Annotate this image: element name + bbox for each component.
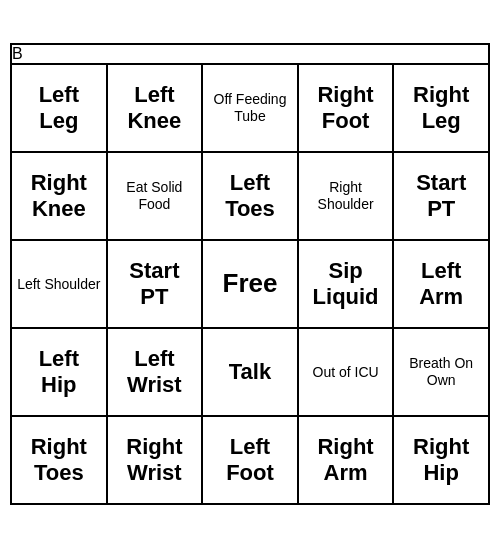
bingo-cell[interactable]: LeftWrist bbox=[107, 328, 203, 416]
table-row: RightToesRightWristLeftFootRightArmRight… bbox=[11, 416, 489, 504]
bingo-cell[interactable]: RightKnee bbox=[11, 152, 107, 240]
bingo-cell[interactable]: Breath On Own bbox=[393, 328, 489, 416]
bingo-cell[interactable]: LeftArm bbox=[393, 240, 489, 328]
bingo-cell[interactable]: Off Feeding Tube bbox=[202, 64, 298, 152]
bingo-cell[interactable]: LeftHip bbox=[11, 328, 107, 416]
bingo-cell[interactable]: Free bbox=[202, 240, 298, 328]
bingo-grid: B LeftLegLeftKneeOff Feeding TubeRightFo… bbox=[10, 43, 490, 505]
bingo-cell[interactable]: Right Shoulder bbox=[298, 152, 394, 240]
bingo-cell[interactable]: RightArm bbox=[298, 416, 394, 504]
bingo-cell[interactable]: RightFoot bbox=[298, 64, 394, 152]
table-row: LeftLegLeftKneeOff Feeding TubeRightFoot… bbox=[11, 64, 489, 152]
table-row: Left ShoulderStartPTFreeSipLiquidLeftArm bbox=[11, 240, 489, 328]
bingo-cell[interactable]: Left Shoulder bbox=[11, 240, 107, 328]
table-row: LeftHipLeftWristTalkOut of ICUBreath On … bbox=[11, 328, 489, 416]
bingo-cell[interactable]: LeftToes bbox=[202, 152, 298, 240]
bingo-cell[interactable]: Eat Solid Food bbox=[107, 152, 203, 240]
bingo-cell[interactable]: Out of ICU bbox=[298, 328, 394, 416]
bingo-container: B LeftLegLeftKneeOff Feeding TubeRightFo… bbox=[10, 39, 490, 505]
bingo-cell[interactable]: LeftLeg bbox=[11, 64, 107, 152]
bingo-cell[interactable]: SipLiquid bbox=[298, 240, 394, 328]
header-row: B bbox=[11, 44, 489, 64]
bingo-cell[interactable]: RightHip bbox=[393, 416, 489, 504]
bingo-cell[interactable]: Talk bbox=[202, 328, 298, 416]
bingo-cell[interactable]: LeftFoot bbox=[202, 416, 298, 504]
bingo-cell[interactable]: LeftKnee bbox=[107, 64, 203, 152]
table-row: RightKneeEat Solid FoodLeftToesRight Sho… bbox=[11, 152, 489, 240]
bingo-cell[interactable]: RightLeg bbox=[393, 64, 489, 152]
bingo-cell[interactable]: StartPT bbox=[393, 152, 489, 240]
bingo-cell[interactable]: RightToes bbox=[11, 416, 107, 504]
bingo-cell[interactable]: StartPT bbox=[107, 240, 203, 328]
bingo-cell[interactable]: RightWrist bbox=[107, 416, 203, 504]
